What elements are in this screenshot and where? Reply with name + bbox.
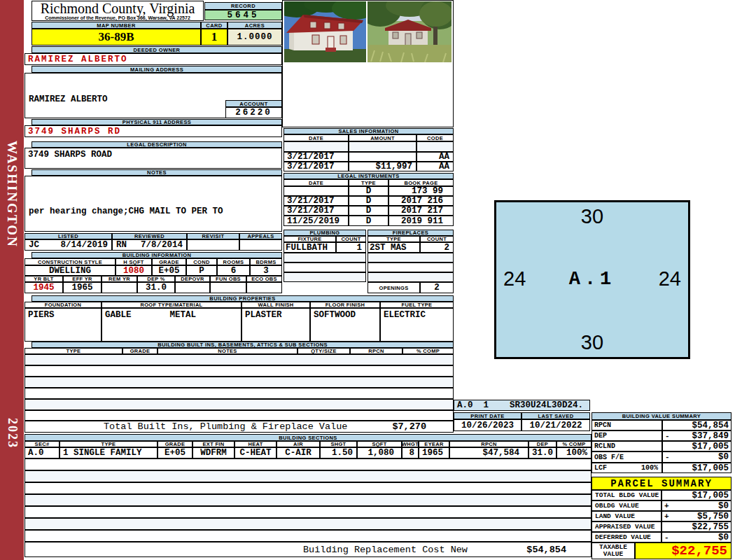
bvs-label-text: OBS F/E [594,454,624,461]
bvs-amount: $17,005 [692,463,729,473]
replacement-cost-row: Building Replacement Cost New $54,854 [24,542,592,557]
building-information-title: BUILDING INFORMATION [31,252,282,258]
wall-finish-value: PLASTER [241,308,310,342]
roof-material: METAL [170,310,197,320]
table-row [24,518,592,530]
notes-line: per hearing change;CHG MAIL TO PER TO [29,205,281,218]
parcel-label: OBLDG VALUE [592,500,662,511]
depovr-value [175,282,210,293]
sec-col-header: SEC# [24,441,59,447]
parcel-label: DEFERRED VALUE [592,532,662,542]
sales-row-code: AA [416,162,454,172]
hsqft-value: 1080 [115,265,152,276]
appeals-label: APPEALS [239,233,282,239]
last-saved-value: 10/21/2022 [522,419,590,431]
table-row [284,253,366,262]
fireplaces-title: FIREPLACES [368,230,454,236]
fireplace-type-label: TYPE [368,236,420,242]
bvs-label: RPCN [592,420,662,430]
table-row [368,253,454,262]
notes-block: per hearing change;CHG MAIL TO PER TO 10… [24,176,282,232]
map-number-value: 36-89B [31,29,201,46]
appeals-value [239,239,282,251]
cond-value: P [186,265,217,276]
bvs-amount: $54,854 [692,421,729,430]
parcel-op: + [664,502,669,510]
property-photo-front[interactable] [368,1,451,62]
builtins-qty-label: QTY/SIZE [298,348,350,354]
table-row [24,458,592,470]
bvs-value: $54,854 [662,420,732,430]
section-air: C-AIR [276,447,320,458]
notes-label: NOTES [31,169,282,176]
last-saved-label: LAST SAVED [522,412,590,419]
sales-row-code: AA [416,152,454,162]
district-name: WASHINGTON [0,136,24,252]
bvs-label-text: RPCN [594,421,611,429]
table-row [24,410,454,421]
fireplace-type-value: 2ST MAS [368,242,420,253]
parcel-value: $17,005 [662,490,732,500]
parcel-amount: $5,750 [697,512,729,522]
sketch-dim-top: 30 [496,205,688,228]
table-row [24,399,454,410]
acres-label: ACRES [227,22,282,29]
builtins-type-label: TYPE [24,348,122,354]
parcel-amount: $0 [718,533,729,542]
cond-label: COND [186,258,217,265]
reviewed-label: REVIEWED [112,233,187,239]
ecoobs-value [246,282,282,293]
construction-style-label: CONSTRUCTION STYLE [24,258,115,265]
instr-row-date: 3/21/2017 [284,206,349,216]
funobs-value [210,282,246,293]
parcel-op: + [664,512,669,521]
fireplace-count-value: 2 [420,242,454,253]
builtins-total-row: Total Built Ins, Plumbing & Fireplace Va… [24,421,454,433]
tax-year: 2023 [0,408,24,458]
listed-label: LISTED [24,233,112,239]
table-row [24,377,454,388]
replacement-cost-label: Building Replacement Cost New [25,545,468,555]
section-shgt: 1.50 [320,447,357,458]
parcel-amount: $22,755 [692,522,729,532]
bvs-label: DEP [592,430,662,441]
sec-col-header: SQFT [357,441,402,447]
bvs-value: $17,005 [662,463,732,473]
instr-row-book: 2017 216 [388,196,454,206]
grade-label: GRADE [152,258,186,265]
section-eyear: 1965 [419,447,449,458]
parcel-label: LAND VALUE [592,511,662,522]
remyr-label: REM YR [102,276,137,282]
property-photo-side[interactable] [284,1,366,62]
replacement-cost-value: $54,854 [526,545,566,555]
effyr-value: 1965 [63,282,102,293]
instr-type-label: TYPE [349,179,388,186]
county-title: Richmond County, Virginia [32,1,203,15]
map-number-label: MAP NUMBER [31,22,201,29]
parcel-value: +$0 [662,500,732,511]
sec-col-header: EXT FIN [192,441,234,447]
wall-finish-label: WALL FINISH [241,302,310,308]
fuel-type-value: ELECTRIC [380,308,454,342]
section-dep: 31.0 [528,447,556,458]
bvs-value: -$0 [662,451,732,463]
section-rpcn: $47,584 [449,447,528,458]
parcel-op: - [664,533,669,542]
instr-row-date: 3/21/2017 [284,196,349,206]
mailing-address-label: MAILING ADDRESS [31,66,282,73]
depovr-label: DEPOVR [175,276,210,282]
parcel-label: APPRAISED VALUE [592,522,662,532]
fireplace-count-label: COUNT [420,236,454,242]
bvs-amount: $37,849 [692,431,729,441]
legal-description-label: LEGAL DESCRIPTION [31,141,282,148]
hsqft-label: H SQFT [115,258,152,265]
revisit-value [187,239,239,251]
instr-date-label: DATE [284,179,349,186]
parcel-value: -$0 [662,532,732,542]
bvs-label: OBS F/E [592,451,662,463]
fuel-type-label: FUEL TYPE [380,302,454,308]
sec-col-header: WHGT [402,441,419,447]
table-row [24,470,592,482]
table-row [284,262,366,272]
table-row [24,354,454,365]
